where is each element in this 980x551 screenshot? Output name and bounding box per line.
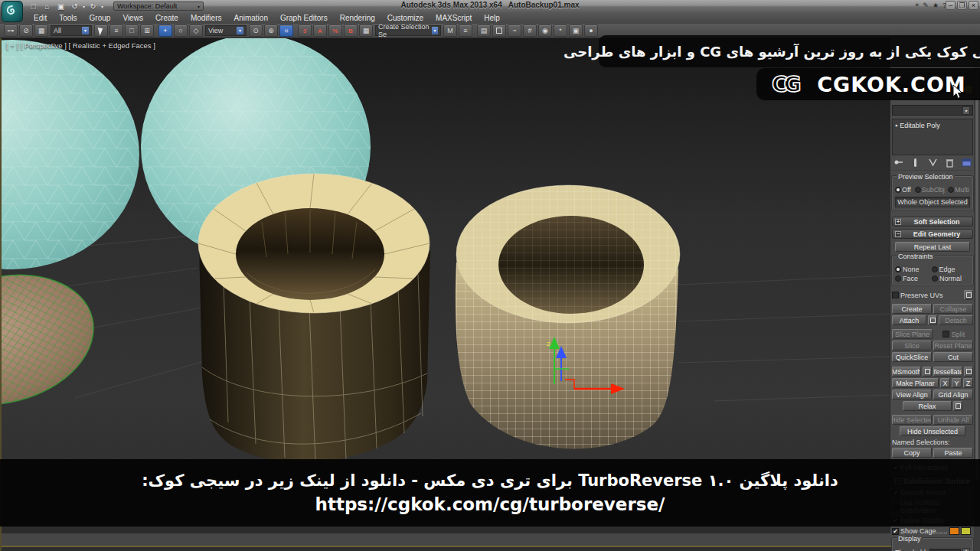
menu-tools[interactable]: Tools [53, 14, 83, 22]
select-rotate-icon[interactable]: ○ [174, 24, 188, 37]
create-button[interactable]: Create [892, 304, 932, 314]
threshold-field[interactable] [929, 549, 961, 551]
preserve-uvs-settings-button[interactable] [964, 290, 973, 300]
modifier-stack[interactable]: ▪ Editable Poly [892, 119, 973, 155]
render-setup-icon[interactable]: * [554, 24, 567, 37]
panel-scrollbar-thumb[interactable] [975, 69, 979, 482]
snap-toggle-icon[interactable]: 3 [298, 24, 312, 37]
constraint-face-radio[interactable] [895, 276, 901, 282]
minimize-button[interactable]: – [946, 1, 956, 10]
spinner-snap-icon[interactable]: B [344, 24, 358, 37]
tessellate-button[interactable]: Tessellate [933, 367, 962, 377]
show-cage-checkbox[interactable]: ✔ [892, 528, 899, 535]
curve-editor-icon[interactable]: ~ [508, 24, 521, 37]
copy-button[interactable]: Copy [892, 448, 932, 458]
grid-align-button[interactable]: Grid Align [933, 390, 973, 399]
schematic-view-icon[interactable]: # [523, 24, 537, 37]
repeat-last-button[interactable]: Repeat Last [895, 242, 970, 252]
slice-button[interactable]: Slice [892, 341, 932, 350]
menu-graph-editors[interactable]: Graph Editors [274, 14, 334, 22]
msmooth-settings-button[interactable] [923, 367, 932, 377]
search-icon[interactable]: ⌖ [915, 1, 919, 9]
menu-edit[interactable]: Edit [28, 14, 53, 22]
soft-selection-rollout[interactable]: +Soft Selection [892, 217, 973, 227]
configure-modifier-sets-icon[interactable] [962, 158, 972, 168]
named-selection-set-input[interactable]: Create Selection Se▾ [375, 25, 441, 36]
tessellate-settings-button[interactable] [964, 367, 973, 377]
cut-button[interactable]: Cut [933, 352, 973, 362]
select-manipulate-icon[interactable]: ⊕ [264, 24, 278, 37]
rect-selection-region-icon[interactable]: □ [125, 24, 139, 37]
menu-animation[interactable]: Animation [227, 14, 273, 22]
align-icon[interactable]: ≡ [459, 24, 472, 37]
paste-button[interactable]: Paste [933, 448, 973, 458]
tube-dense[interactable] [456, 185, 680, 448]
render-production-icon[interactable]: ● [584, 24, 598, 37]
unhide-all-button[interactable]: Unhide All [933, 415, 973, 425]
mirror-icon[interactable]: M [443, 24, 457, 37]
stack-item-editable-poly[interactable]: ▪ Editable Poly [893, 120, 972, 130]
reference-coordinate-dropdown[interactable]: View▾ [205, 25, 247, 36]
slice-plane-button[interactable]: Slice Plane [892, 329, 933, 339]
edit-named-sets-icon[interactable]: ▦ [359, 24, 373, 37]
select-object-icon[interactable] [94, 24, 108, 37]
constraint-edge-radio[interactable] [932, 266, 938, 272]
select-scale-icon[interactable]: ◇ [189, 24, 203, 37]
menu-group[interactable]: Group [83, 14, 117, 22]
viewport-label[interactable]: [ + ] [ Perspective ] [ Realistic + Edge… [6, 41, 155, 50]
view-align-button[interactable]: View Align [892, 390, 932, 399]
download-url[interactable]: https://cgkok.com/cg/turboreverse/ [315, 494, 665, 514]
rendered-frame-icon[interactable]: ▣ [569, 24, 583, 37]
relax-button[interactable]: Relax [903, 401, 952, 411]
restore-button[interactable]: ❐ [957, 1, 967, 10]
hide-unselected-button[interactable]: Hide Unselected [900, 426, 965, 436]
redo-dropdown-icon[interactable]: ▾ [101, 4, 103, 9]
make-planar-button[interactable]: Make Planar [892, 378, 939, 388]
show-end-result-icon[interactable] [910, 158, 920, 168]
reset-plane-button[interactable]: Reset Plane [933, 341, 973, 350]
close-button[interactable]: × [969, 1, 978, 10]
menu-maxscript[interactable]: MAXScript [430, 14, 478, 22]
bind-spacewarp-icon[interactable]: ▦ [34, 24, 48, 37]
menu-create[interactable]: Create [149, 14, 185, 22]
select-move-icon[interactable]: + [158, 24, 172, 37]
menu-rendering[interactable]: Rendering [334, 14, 381, 22]
planar-x-button[interactable]: X [940, 378, 950, 388]
max-logo[interactable] [2, 1, 23, 22]
menu-views[interactable]: Views [116, 14, 149, 22]
select-by-name-icon[interactable]: ≡ [109, 24, 123, 37]
constraint-none-radio[interactable] [895, 266, 901, 272]
detach-button[interactable]: Detach [939, 315, 973, 325]
modifier-list-dropdown[interactable]: ▾ [892, 105, 973, 116]
preserve-uvs-checkbox[interactable] [892, 292, 899, 298]
angle-snap-icon[interactable]: A [313, 24, 327, 37]
threshold-spinner[interactable]: ▲▼ [962, 548, 970, 551]
save-file-icon[interactable]: ▣ [55, 2, 67, 11]
select-link-icon[interactable]: ⊶ [4, 24, 18, 37]
remove-modifier-icon[interactable] [945, 158, 955, 168]
new-file-icon[interactable]: □ [28, 2, 39, 11]
hide-selected-button[interactable]: Hide Selected [892, 415, 932, 425]
preview-off-radio[interactable] [895, 187, 901, 193]
menu-help[interactable]: Help [478, 14, 506, 22]
msmooth-button[interactable]: MSmooth [892, 367, 921, 377]
planar-y-button[interactable]: Y [952, 378, 962, 388]
communication-icon[interactable]: ✎ [923, 2, 929, 9]
workspace-dropdown[interactable]: Workspace: Default▾ [113, 2, 204, 11]
use-pivot-center-icon[interactable]: ⊙ [249, 24, 263, 37]
layer-manager-icon[interactable]: ▤ [477, 24, 491, 37]
undo-dropdown-icon[interactable]: ▾ [83, 4, 85, 9]
make-unique-icon[interactable] [928, 158, 938, 168]
keyboard-override-icon[interactable]: ⌗ [279, 24, 293, 37]
pin-stack-icon[interactable] [893, 158, 903, 168]
material-editor-icon[interactable]: ◉ [538, 24, 552, 37]
constraint-normal-radio[interactable] [932, 276, 938, 282]
selection-filter-dropdown[interactable]: All▾ [51, 25, 92, 36]
split-checkbox[interactable] [942, 331, 949, 337]
collapse-button[interactable]: Collapse [933, 304, 973, 314]
favorites-icon[interactable]: ★ [933, 2, 939, 9]
quickslice-button[interactable]: QuickSlice [892, 352, 932, 362]
cage-color-swatch[interactable] [949, 527, 959, 535]
cage-selected-color-swatch[interactable] [961, 527, 971, 535]
tube-lowpoly[interactable] [198, 174, 430, 462]
